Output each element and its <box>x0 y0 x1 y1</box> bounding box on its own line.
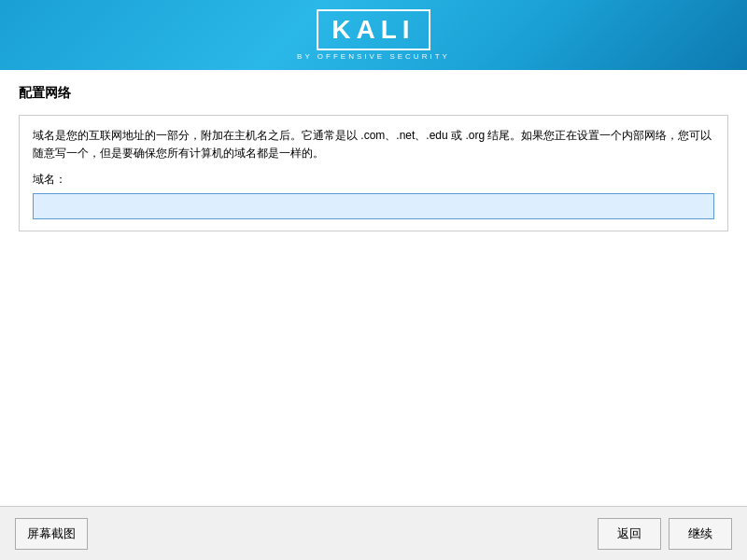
back-button[interactable]: 返回 <box>598 518 661 550</box>
header: KALI BY OFFENSIVE SECURITY <box>0 0 747 70</box>
footer-left: 屏幕截图 <box>15 518 88 550</box>
domain-label: 域名： <box>33 172 714 188</box>
description-box: 域名是您的互联网地址的一部分，附加在主机名之后。它通常是以 .com、.net、… <box>19 115 728 231</box>
main-content: 配置网络 域名是您的互联网地址的一部分，附加在主机名之后。它通常是以 .com、… <box>0 70 747 506</box>
description-text: 域名是您的互联网地址的一部分，附加在主机名之后。它通常是以 .com、.net、… <box>33 127 714 162</box>
footer: 屏幕截图 返回 继续 <box>0 506 747 560</box>
continue-button[interactable]: 继续 <box>669 518 732 550</box>
kali-logo-text: KALI <box>331 15 415 44</box>
kali-subtext: BY OFFENSIVE SECURITY <box>297 52 450 61</box>
domain-input[interactable] <box>33 193 714 219</box>
kali-logo: KALI BY OFFENSIVE SECURITY <box>297 9 450 61</box>
page-title: 配置网络 <box>19 85 728 102</box>
screenshot-button[interactable]: 屏幕截图 <box>15 518 88 550</box>
kali-logo-box: KALI <box>317 9 430 50</box>
footer-right: 返回 继续 <box>598 518 732 550</box>
